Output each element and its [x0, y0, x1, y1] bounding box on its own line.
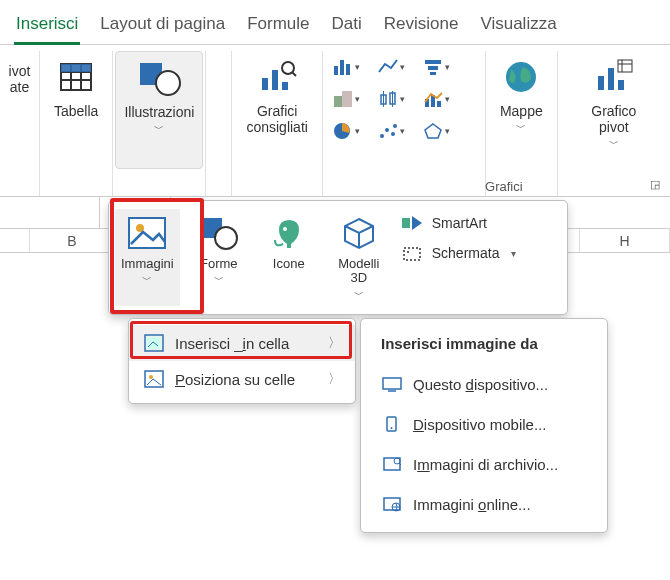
shapes-icon	[199, 213, 239, 253]
svg-rect-5	[61, 64, 91, 72]
svg-rect-16	[425, 60, 441, 64]
svg-point-32	[393, 124, 397, 128]
col-header[interactable]: H	[580, 229, 670, 252]
tab-revisione[interactable]: Revisione	[382, 10, 461, 44]
radar-chart-icon	[423, 121, 443, 141]
pivot-chart-icon	[594, 57, 634, 97]
line-chart-icon	[378, 57, 398, 77]
tabella-button[interactable]: Tabella	[46, 51, 106, 123]
chevron-down-icon: ﹀	[354, 288, 364, 302]
svg-point-30	[385, 128, 389, 132]
illustrazioni-dropdown: Immagini ﹀ Forme ﹀ Icone Modelli 3D ﹀ Sm…	[108, 200, 568, 315]
mappe-button[interactable]: Mappe ﹀	[492, 51, 551, 139]
chevron-down-icon: ﹀	[609, 137, 619, 151]
chart-stat-button[interactable]: ▾	[374, 87, 409, 111]
smartart-icon	[400, 213, 424, 233]
svg-rect-20	[342, 91, 352, 107]
svg-rect-13	[334, 66, 338, 75]
tab-dati[interactable]: Dati	[330, 10, 364, 44]
globe-icon	[501, 57, 541, 97]
chart-surface-button[interactable]: ▾	[419, 119, 454, 143]
svg-point-51	[407, 251, 409, 253]
svg-rect-10	[282, 82, 288, 90]
svg-rect-18	[430, 72, 436, 75]
svg-rect-9	[272, 70, 278, 90]
posiziona-su-celle-item[interactable]: Posiziona su celle 〉	[129, 361, 355, 397]
chart-column-button[interactable]: ▾	[329, 55, 364, 79]
svg-point-59	[391, 427, 393, 429]
group-illustrazioni: Illustrazioni ﹀	[113, 51, 206, 196]
immagini-menu: Inserisci _in cella 〉 Posiziona su celle…	[128, 318, 356, 404]
submenu-title: Inserisci immagine da	[365, 331, 603, 364]
group-label-grafici: Grafici	[338, 179, 670, 194]
chevron-down-icon: ﹀	[516, 121, 526, 135]
scatter-chart-icon	[378, 121, 398, 141]
funnel-chart-icon	[423, 57, 443, 77]
online-images-icon	[381, 494, 403, 514]
mobile-icon	[381, 414, 403, 434]
questo-dispositivo-item[interactable]: Questo dispositivo...	[365, 364, 603, 404]
inserisci-immagine-da-menu: Inserisci immagine da Questo dispositivo…	[360, 318, 608, 533]
svg-rect-19	[334, 96, 342, 107]
forme-button[interactable]: Forme ﹀	[188, 209, 250, 306]
chart-pie-button[interactable]: ▾	[329, 119, 364, 143]
grafici-consigliati-button[interactable]: Grafici consigliati	[238, 51, 315, 139]
hierarchy-chart-icon	[333, 89, 353, 109]
grafico-pivot-button[interactable]: Grafico pivot ﹀	[583, 51, 644, 155]
immagini-online-item[interactable]: Immagini online...	[365, 484, 603, 524]
group-chart-types: ▾ ▾ ▾ ▾ ▾ ▾ ▾ ▾ ▾	[323, 51, 486, 196]
group-grafico-pivot: Grafico pivot ﹀ Grafici ◲	[558, 51, 670, 196]
chart-funnel-button[interactable]: ▾	[419, 55, 454, 79]
svg-point-55	[149, 375, 153, 379]
name-box[interactable]	[0, 197, 100, 228]
svg-rect-48	[402, 218, 410, 228]
svg-rect-27	[437, 101, 441, 107]
chevron-down-icon: ﹀	[154, 122, 164, 136]
chart-scatter-button[interactable]: ▾	[374, 119, 409, 143]
col-header[interactable]: B	[30, 229, 115, 252]
svg-line-12	[292, 72, 296, 76]
svg-rect-36	[608, 68, 614, 90]
svg-rect-14	[340, 60, 344, 75]
svg-rect-17	[428, 66, 438, 70]
place-over-cells-icon	[143, 369, 165, 389]
tab-formule[interactable]: Formule	[245, 10, 311, 44]
group-mappe: Mappe ﹀	[486, 51, 558, 196]
tab-inserisci[interactable]: Inserisci	[14, 10, 80, 44]
tab-visualizza[interactable]: Visualizza	[478, 10, 558, 44]
place-in-cell-icon	[143, 333, 165, 353]
inserisci-in-cella-item[interactable]: Inserisci _in cella 〉	[129, 325, 355, 361]
smartart-button[interactable]: SmartArt	[400, 213, 517, 233]
schermata-button[interactable]: Schermata▾	[400, 243, 517, 263]
stock-images-icon	[381, 454, 403, 474]
svg-marker-33	[425, 124, 441, 138]
svg-rect-15	[346, 64, 350, 75]
svg-point-7	[156, 71, 180, 95]
icone-button[interactable]: Icone	[258, 209, 320, 306]
illustrazioni-button[interactable]: Illustrazioni ﹀	[115, 51, 203, 169]
chart-combo-button[interactable]: ▾	[419, 87, 454, 111]
pictures-icon	[127, 213, 167, 253]
device-icon	[381, 374, 403, 394]
submenu-arrow-icon: 〉	[328, 370, 341, 388]
illus-side-items: SmartArt Schermata▾	[398, 209, 519, 306]
tab-layout[interactable]: Layout di pagina	[98, 10, 227, 44]
row-col-corner[interactable]	[0, 229, 30, 252]
icons-icon	[269, 213, 309, 253]
ribbon-tabs: Inserisci Layout di pagina Formule Dati …	[0, 0, 670, 45]
cube-3d-icon	[339, 213, 379, 253]
chart-hierarchy-button[interactable]: ▾	[329, 87, 364, 111]
combo-chart-icon	[423, 89, 443, 109]
modelli-3d-button[interactable]: Modelli 3D ﹀	[328, 209, 390, 306]
svg-point-31	[391, 132, 395, 136]
immagini-archivio-item[interactable]: Immagini di archivio...	[365, 444, 603, 484]
chart-line-button[interactable]: ▾	[374, 55, 409, 79]
svg-point-44	[215, 227, 237, 249]
svg-rect-38	[618, 60, 632, 72]
dispositivo-mobile-item[interactable]: Dispositivo mobile...	[365, 404, 603, 444]
chevron-down-icon: ﹀	[214, 273, 224, 287]
svg-marker-49	[412, 216, 422, 230]
dialog-launcher-icon[interactable]: ◲	[650, 178, 664, 192]
immagini-button[interactable]: Immagini ﹀	[115, 209, 180, 306]
pie-chart-icon	[333, 121, 353, 141]
